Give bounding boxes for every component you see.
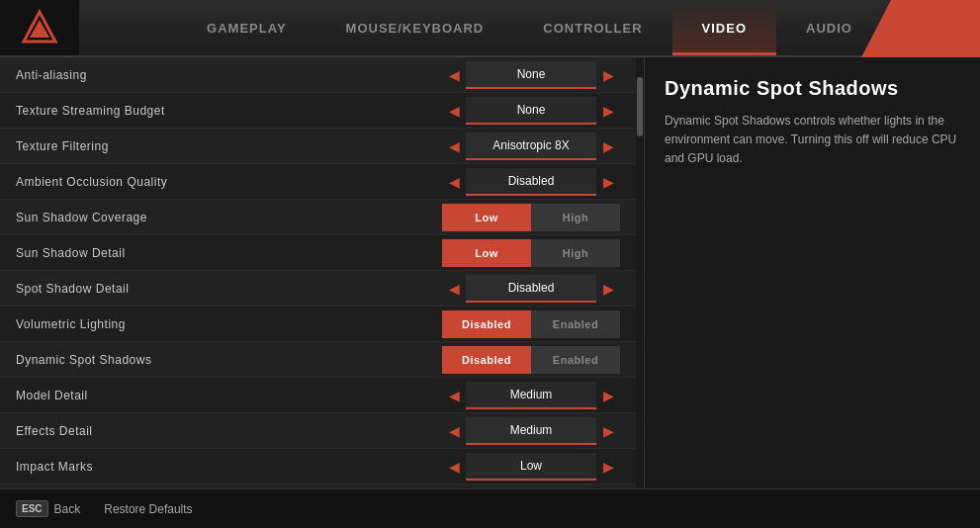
texture-filtering-left-btn[interactable]: ◀ <box>442 132 466 160</box>
texture-filtering-control: ◀ Anisotropic 8X ▶ <box>442 132 620 160</box>
spot-shadow-detail-right-btn[interactable]: ▶ <box>596 275 620 303</box>
setting-row-anti-aliasing: Anti-aliasing ◀ None ▶ <box>0 57 636 93</box>
setting-row-sun-shadow-coverage: Sun Shadow Coverage Low High <box>0 200 636 235</box>
sun-shadow-coverage-control: Low High <box>442 204 620 231</box>
spot-shadow-detail-left-btn[interactable]: ◀ <box>442 275 466 303</box>
anti-aliasing-control: ◀ None ▶ <box>442 61 620 89</box>
back-group: ESC Back <box>16 500 80 517</box>
impact-marks-control: ◀ Low ▶ <box>442 453 620 481</box>
texture-filtering-value: Anisotropic 8X <box>466 132 596 160</box>
ragdolls-control: ◀ Low ▶ <box>442 488 620 489</box>
setting-row-volumetric-lighting: Volumetric Lighting Disabled Enabled <box>0 307 636 342</box>
ragdolls-value: Low <box>466 488 596 489</box>
anti-aliasing-right-btn[interactable]: ▶ <box>596 61 620 89</box>
info-panel: Dynamic Spot Shadows Dynamic Spot Shadow… <box>644 57 980 488</box>
ambient-occlusion-right-btn[interactable]: ▶ <box>596 168 620 196</box>
info-panel-description: Dynamic Spot Shadows controls whether li… <box>665 112 960 169</box>
main-content: Anti-aliasing ◀ None ▶ Texture Streaming… <box>0 57 980 488</box>
anti-aliasing-label: Anti-aliasing <box>16 68 442 82</box>
dynamic-spot-shadows-label: Dynamic Spot Shadows <box>16 353 442 367</box>
dynamic-spot-shadows-disabled-btn[interactable]: Disabled <box>442 346 531 374</box>
setting-row-sun-shadow-detail: Sun Shadow Detail Low High <box>0 235 636 271</box>
setting-row-dynamic-spot-shadows: Dynamic Spot Shadows Disabled Enabled <box>0 342 636 378</box>
impact-marks-left-btn[interactable]: ◀ <box>442 453 466 481</box>
info-panel-title: Dynamic Spot Shadows <box>665 77 960 100</box>
anti-aliasing-value: None <box>466 61 596 89</box>
setting-row-spot-shadow-detail: Spot Shadow Detail ◀ Disabled ▶ <box>0 271 636 307</box>
settings-panel[interactable]: Anti-aliasing ◀ None ▶ Texture Streaming… <box>0 57 636 488</box>
tab-gameplay[interactable]: GAMEPLAY <box>177 0 315 55</box>
effects-detail-label: Effects Detail <box>16 424 442 438</box>
back-button[interactable]: Back <box>54 502 81 516</box>
top-navigation: GAMEPLAY MOUSE/KEYBOARD CONTROLLER VIDEO… <box>0 0 980 57</box>
volumetric-lighting-control: Disabled Enabled <box>442 310 620 338</box>
model-detail-control: ◀ Medium ▶ <box>442 382 620 409</box>
ambient-occlusion-label: Ambient Occlusion Quality <box>16 175 442 189</box>
scrollbar-track[interactable] <box>636 57 644 488</box>
setting-row-ambient-occlusion: Ambient Occlusion Quality ◀ Disabled ▶ <box>0 164 636 200</box>
ragdolls-left-btn[interactable]: ◀ <box>442 488 466 489</box>
sun-shadow-coverage-high-btn[interactable]: High <box>531 204 620 231</box>
texture-filtering-label: Texture Filtering <box>16 139 442 153</box>
apex-logo-icon <box>20 8 59 47</box>
setting-row-impact-marks: Impact Marks ◀ Low ▶ <box>0 449 636 484</box>
setting-row-texture-filtering: Texture Filtering ◀ Anisotropic 8X ▶ <box>0 129 636 164</box>
dynamic-spot-shadows-enabled-btn[interactable]: Enabled <box>531 346 620 374</box>
sun-shadow-coverage-label: Sun Shadow Coverage <box>16 211 442 224</box>
spot-shadow-detail-label: Spot Shadow Detail <box>16 282 442 296</box>
volumetric-lighting-enabled-btn[interactable]: Enabled <box>531 310 620 338</box>
sun-shadow-detail-high-btn[interactable]: High <box>531 239 620 267</box>
sun-shadow-detail-label: Sun Shadow Detail <box>16 246 442 260</box>
setting-row-model-detail: Model Detail ◀ Medium ▶ <box>0 378 636 413</box>
volumetric-lighting-label: Volumetric Lighting <box>16 317 442 331</box>
impact-marks-right-btn[interactable]: ▶ <box>596 453 620 481</box>
bottom-bar: ESC Back Restore Defaults <box>0 488 980 528</box>
effects-detail-left-btn[interactable]: ◀ <box>442 417 466 445</box>
effects-detail-control: ◀ Medium ▶ <box>442 417 620 445</box>
restore-defaults-button[interactable]: Restore Defaults <box>104 502 192 516</box>
esc-key-badge: ESC <box>16 500 48 517</box>
model-detail-value: Medium <box>466 382 596 409</box>
ragdolls-right-btn[interactable]: ▶ <box>596 488 620 489</box>
sun-shadow-detail-control: Low High <box>442 239 620 267</box>
tab-video[interactable]: VIDEO <box>672 0 776 55</box>
texture-streaming-value: None <box>466 97 596 125</box>
texture-streaming-control: ◀ None ▶ <box>442 97 620 125</box>
setting-row-ragdolls: Ragdolls ◀ Low ▶ <box>0 484 636 488</box>
ambient-occlusion-value: Disabled <box>466 168 596 196</box>
tab-controller[interactable]: CONTROLLER <box>513 0 671 55</box>
model-detail-right-btn[interactable]: ▶ <box>596 382 620 409</box>
tab-mouse-keyboard[interactable]: MOUSE/KEYBOARD <box>316 0 514 55</box>
spot-shadow-detail-control: ◀ Disabled ▶ <box>442 275 620 303</box>
model-detail-label: Model Detail <box>16 389 442 402</box>
nav-tabs: GAMEPLAY MOUSE/KEYBOARD CONTROLLER VIDEO… <box>79 0 980 55</box>
volumetric-lighting-disabled-btn[interactable]: Disabled <box>442 310 531 338</box>
effects-detail-right-btn[interactable]: ▶ <box>596 417 620 445</box>
texture-streaming-left-btn[interactable]: ◀ <box>442 97 466 125</box>
logo-area <box>0 0 79 55</box>
dynamic-spot-shadows-control: Disabled Enabled <box>442 346 620 374</box>
texture-filtering-right-btn[interactable]: ▶ <box>596 132 620 160</box>
effects-detail-value: Medium <box>466 417 596 445</box>
ambient-occlusion-control: ◀ Disabled ▶ <box>442 168 620 196</box>
texture-streaming-right-btn[interactable]: ▶ <box>596 97 620 125</box>
tab-audio[interactable]: AUDIO <box>776 0 882 55</box>
texture-streaming-label: Texture Streaming Budget <box>16 104 442 118</box>
sun-shadow-detail-low-btn[interactable]: Low <box>442 239 531 267</box>
anti-aliasing-left-btn[interactable]: ◀ <box>442 61 466 89</box>
sun-shadow-coverage-low-btn[interactable]: Low <box>442 204 531 231</box>
scrollbar-thumb[interactable] <box>637 77 643 136</box>
impact-marks-value: Low <box>466 453 596 481</box>
model-detail-left-btn[interactable]: ◀ <box>442 382 466 409</box>
setting-row-texture-streaming: Texture Streaming Budget ◀ None ▶ <box>0 93 636 129</box>
ambient-occlusion-left-btn[interactable]: ◀ <box>442 168 466 196</box>
impact-marks-label: Impact Marks <box>16 460 442 474</box>
spot-shadow-detail-value: Disabled <box>466 275 596 303</box>
setting-row-effects-detail: Effects Detail ◀ Medium ▶ <box>0 413 636 449</box>
